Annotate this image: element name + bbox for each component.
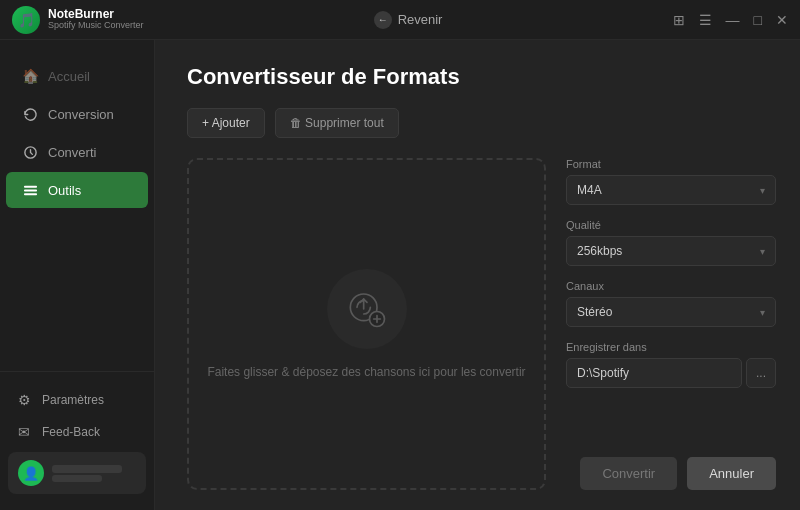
quality-value: 256kbps [577,244,622,258]
save-field-group: Enregistrer dans D:\Spotify ... [566,341,776,388]
user-avatar: 👤 [18,460,44,486]
add-button[interactable]: + Ajouter [187,108,265,138]
toolbar: + Ajouter 🗑 Supprimer tout [187,108,776,138]
menu-icon[interactable]: ☰ [699,12,712,28]
sidebar-item-conversion[interactable]: Conversion [6,96,148,132]
drop-text: Faites glisser & déposez des chansons ic… [207,365,525,379]
drop-zone[interactable]: Faites glisser & déposez des chansons ic… [187,158,546,490]
cancel-button[interactable]: Annuler [687,457,776,490]
quality-chevron-icon: ▾ [760,246,765,257]
minimize-icon[interactable]: — [726,12,740,28]
app-name-sub: Spotify Music Converter [48,21,144,31]
back-label[interactable]: Revenir [398,12,443,27]
feedback-icon: ✉ [16,424,32,440]
sidebar: 🏠 Accueil Conversion Conve [0,40,155,510]
format-chevron-icon: ▾ [760,185,765,196]
user-profile-button[interactable]: 👤 [8,452,146,494]
svg-rect-3 [23,193,36,195]
app-logo: 🎵 [12,6,40,34]
sidebar-label-conversion: Conversion [48,107,114,122]
svg-rect-2 [23,189,36,191]
save-location: D:\Spotify ... [566,358,776,388]
convert-button[interactable]: Convertir [580,457,677,490]
parametres-icon: ⚙ [16,392,32,408]
sidebar-label-converti: Converti [48,145,96,160]
converti-icon [22,144,38,160]
sidebar-nav: 🏠 Accueil Conversion Conve [0,56,154,371]
quality-field-group: Qualité 256kbps ▾ [566,219,776,266]
sidebar-label-outils: Outils [48,183,81,198]
sidebar-item-converti[interactable]: Converti [6,134,148,170]
page-title: Convertisseur de Formats [187,64,776,90]
maximize-icon[interactable]: □ [754,12,762,28]
content-body: Faites glisser & déposez des chansons ic… [187,158,776,490]
quality-label: Qualité [566,219,776,231]
sidebar-label-parametres: Paramètres [42,393,104,407]
svg-rect-1 [23,185,36,187]
drop-icon [327,269,407,349]
format-select[interactable]: M4A ▾ [566,175,776,205]
quality-select[interactable]: 256kbps ▾ [566,236,776,266]
format-label: Format [566,158,776,170]
bottom-actions: Convertir Annuler [566,441,776,490]
sidebar-label-feedback: Feed-Back [42,425,100,439]
conversion-icon [22,106,38,122]
titlebar-center: ← Revenir [374,11,443,29]
user-name [52,465,122,473]
close-icon[interactable]: ✕ [776,12,788,28]
browse-button[interactable]: ... [746,358,776,388]
main-layout: 🏠 Accueil Conversion Conve [0,40,800,510]
app-branding: 🎵 NoteBurner Spotify Music Converter [12,6,144,34]
format-field-group: Format M4A ▾ [566,158,776,205]
titlebar: 🎵 NoteBurner Spotify Music Converter ← R… [0,0,800,40]
channels-label: Canaux [566,280,776,292]
grid-icon[interactable]: ⊞ [673,12,685,28]
sidebar-item-outils[interactable]: Outils [6,172,148,208]
sidebar-item-accueil[interactable]: 🏠 Accueil [6,58,148,94]
app-name-block: NoteBurner Spotify Music Converter [48,8,144,31]
back-icon: ← [374,11,392,29]
channels-field-group: Canaux Stéréo ▾ [566,280,776,327]
sidebar-label-accueil: Accueil [48,69,90,84]
user-name-block [52,465,122,482]
user-status [52,475,102,482]
delete-all-button[interactable]: 🗑 Supprimer tout [275,108,399,138]
home-icon: 🏠 [22,68,38,84]
format-value: M4A [577,183,602,197]
sidebar-bottom: ⚙ Paramètres ✉ Feed-Back 👤 [0,371,154,510]
channels-chevron-icon: ▾ [760,307,765,318]
channels-select[interactable]: Stéréo ▾ [566,297,776,327]
right-panel: Format M4A ▾ Qualité 256kbps ▾ Canaux [566,158,776,490]
sidebar-item-parametres[interactable]: ⚙ Paramètres [6,384,148,416]
save-path: D:\Spotify [566,358,742,388]
sidebar-item-feedback[interactable]: ✉ Feed-Back [6,416,148,448]
save-label: Enregistrer dans [566,341,776,353]
channels-value: Stéréo [577,305,612,319]
outils-icon [22,182,38,198]
content-area: Convertisseur de Formats + Ajouter 🗑 Sup… [155,40,800,510]
titlebar-controls: ⊞ ☰ — □ ✕ [673,12,788,28]
